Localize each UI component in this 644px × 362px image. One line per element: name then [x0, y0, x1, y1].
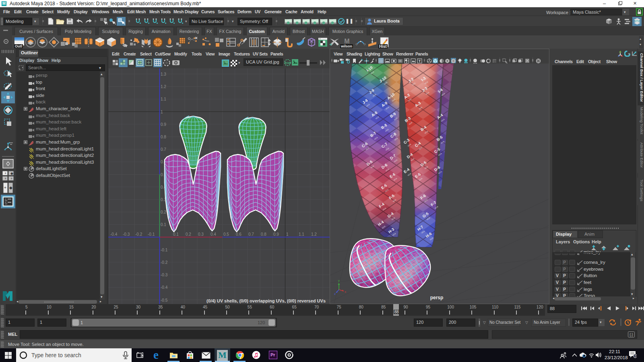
svg-text:0.8: 0.8 — [261, 232, 266, 237]
svg-text:1234: 1234 — [321, 17, 325, 20]
svg-text:◆: ◆ — [10, 171, 13, 175]
svg-text:+: + — [4, 171, 6, 175]
svg-text:+: + — [4, 177, 6, 181]
svg-text:0.9: 0.9 — [161, 122, 166, 127]
svg-text:0.1: 0.1 — [173, 232, 179, 237]
svg-text:1234: 1234 — [330, 17, 334, 20]
svg-text:0.6: 0.6 — [236, 232, 242, 237]
svg-text:RGB: RGB — [285, 62, 291, 64]
svg-text:1234: 1234 — [285, 17, 290, 20]
svg-text:0.2: 0.2 — [161, 210, 166, 214]
svg-text:-0.3: -0.3 — [161, 273, 168, 277]
svg-text:0.3: 0.3 — [198, 232, 204, 237]
svg-text:1.2: 1.2 — [161, 84, 166, 89]
svg-text:-0.2: -0.2 — [135, 232, 142, 237]
svg-text:-0.5: -0.5 — [161, 298, 168, 302]
svg-text:1.1: 1.1 — [299, 232, 304, 237]
svg-text:persp: persp — [430, 295, 444, 300]
svg-text:1234: 1234 — [312, 17, 316, 20]
svg-text:-0.3: -0.3 — [123, 232, 130, 237]
svg-text:z: z — [334, 292, 336, 296]
svg-text:0.9: 0.9 — [273, 232, 279, 237]
svg-text:0.4: 0.4 — [211, 232, 216, 237]
svg-text:-0.1: -0.1 — [161, 248, 168, 252]
svg-text:T: T — [419, 59, 421, 63]
svg-text:{;}: {;} — [630, 333, 633, 337]
svg-text:-0.2: -0.2 — [161, 260, 168, 265]
svg-text:x: x — [345, 290, 346, 294]
svg-text:◆: ◆ — [9, 185, 12, 190]
svg-text:(0/4) UV shells, (0/0) overlap: (0/4) UV shells, (0/0) overlapping UVs, … — [206, 298, 326, 303]
svg-text:-0.4: -0.4 — [161, 285, 168, 290]
svg-text:1.3: 1.3 — [161, 72, 166, 76]
svg-text:0.5: 0.5 — [223, 232, 229, 237]
svg-text:0.8: 0.8 — [161, 135, 166, 139]
svg-text:1234: 1234 — [294, 17, 299, 20]
svg-text:1234: 1234 — [303, 17, 308, 20]
svg-text:-0.1: -0.1 — [148, 232, 155, 237]
svg-text:0.2: 0.2 — [186, 232, 191, 237]
svg-text:+: + — [10, 177, 12, 181]
svg-text:1: 1 — [161, 110, 163, 114]
svg-text:-0.4: -0.4 — [110, 232, 118, 237]
svg-text:1.1: 1.1 — [161, 97, 166, 101]
svg-text:7: 7 — [634, 354, 636, 358]
svg-text:M: M — [344, 38, 349, 45]
svg-text:1.2: 1.2 — [311, 232, 317, 237]
svg-text:0.7: 0.7 — [248, 232, 254, 237]
svg-text:1: 1 — [286, 232, 289, 237]
svg-text:0.7: 0.7 — [161, 147, 166, 152]
svg-text:y: y — [338, 279, 340, 282]
svg-text:+: + — [4, 185, 6, 190]
svg-text:0.1: 0.1 — [161, 222, 166, 227]
